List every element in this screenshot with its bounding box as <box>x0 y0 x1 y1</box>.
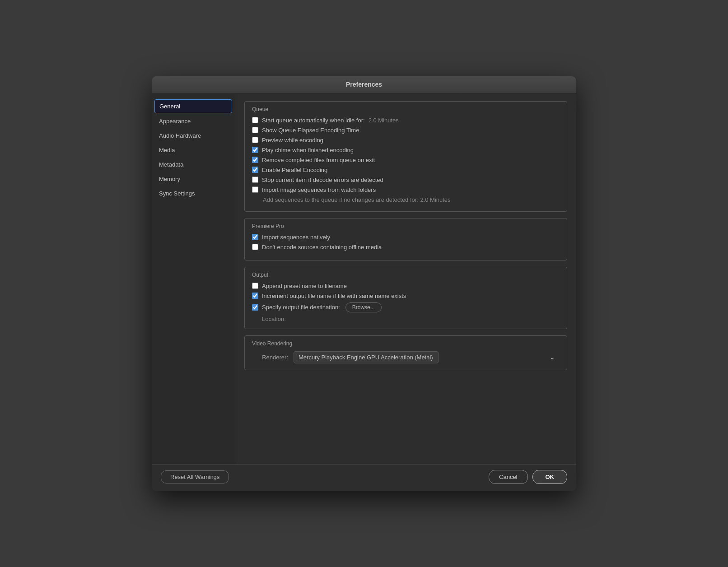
preview-encoding-row: Preview while encoding <box>252 137 560 144</box>
import-natively-row: Import sequences natively <box>252 234 560 241</box>
dialog-footer: Reset All Warnings Cancel OK <box>152 464 576 491</box>
title-bar: Preferences <box>152 76 576 94</box>
start-queue-auto-label[interactable]: Start queue automatically when idle for:… <box>262 117 399 124</box>
sidebar-item-appearance[interactable]: Appearance <box>152 114 235 128</box>
dialog-body: General Appearance Audio Hardware Media … <box>152 94 576 464</box>
import-natively-checkbox[interactable] <box>252 234 258 240</box>
renderer-select-wrapper: Mercury Playback Engine GPU Acceleration… <box>294 351 560 363</box>
location-label: Location: <box>262 316 286 322</box>
import-sequences-checkbox[interactable] <box>252 186 258 193</box>
specify-destination-row: Specify output file destination: Browse.… <box>252 302 560 312</box>
sidebar-item-sync-settings[interactable]: Sync Settings <box>152 186 235 200</box>
stop-current-row: Stop current item if decode errors are d… <box>252 177 560 183</box>
play-chime-row: Play chime when finished encoding <box>252 147 560 153</box>
ok-button[interactable]: OK <box>532 470 568 484</box>
play-chime-checkbox[interactable] <box>252 147 258 153</box>
stop-current-label[interactable]: Stop current item if decode errors are d… <box>262 177 383 183</box>
increment-output-checkbox[interactable] <box>252 293 258 299</box>
start-queue-auto-suffix: 2.0 Minutes <box>369 117 399 124</box>
dont-encode-offline-label[interactable]: Don't encode sources containing offline … <box>262 244 382 251</box>
start-queue-auto-checkbox[interactable] <box>252 117 258 123</box>
add-sequences-suffix: 2.0 Minutes <box>420 196 450 203</box>
queue-section: Queue Start queue automatically when idl… <box>244 101 567 212</box>
renderer-label: Renderer: <box>252 354 288 361</box>
output-section-title: Output <box>252 272 560 278</box>
enable-parallel-checkbox[interactable] <box>252 167 258 173</box>
append-preset-row: Append preset name to filename <box>252 283 560 289</box>
enable-parallel-row: Enable Parallel Encoding <box>252 167 560 173</box>
location-row: Location: <box>252 316 560 322</box>
premiere-section: Premiere Pro Import sequences natively D… <box>244 218 567 260</box>
import-natively-label[interactable]: Import sequences natively <box>262 234 330 241</box>
dont-encode-offline-checkbox[interactable] <box>252 244 258 250</box>
enable-parallel-label[interactable]: Enable Parallel Encoding <box>262 167 327 173</box>
dont-encode-offline-row: Don't encode sources containing offline … <box>252 244 560 251</box>
browse-button[interactable]: Browse... <box>345 302 382 312</box>
queue-section-title: Queue <box>252 106 560 112</box>
main-content: Queue Start queue automatically when idl… <box>235 94 576 464</box>
show-queue-elapsed-label[interactable]: Show Queue Elapsed Encoding Time <box>262 127 359 134</box>
remove-completed-checkbox[interactable] <box>252 157 258 163</box>
sidebar-item-metadata[interactable]: Metadata <box>152 158 235 172</box>
sidebar-item-audio-hardware[interactable]: Audio Hardware <box>152 129 235 143</box>
dialog-title: Preferences <box>346 81 382 88</box>
append-preset-checkbox[interactable] <box>252 283 258 289</box>
specify-destination-checkbox[interactable] <box>252 304 258 311</box>
increment-output-row: Increment output file name if file with … <box>252 293 560 299</box>
sidebar-item-general[interactable]: General <box>154 99 232 113</box>
append-preset-label[interactable]: Append preset name to filename <box>262 283 347 289</box>
remove-completed-label[interactable]: Remove completed files from queue on exi… <box>262 157 375 163</box>
video-rendering-section: Video Rendering Renderer: Mercury Playba… <box>244 335 567 370</box>
stop-current-checkbox[interactable] <box>252 177 258 183</box>
sidebar-item-media[interactable]: Media <box>152 143 235 157</box>
output-section: Output Append preset name to filename In… <box>244 267 567 329</box>
preview-encoding-checkbox[interactable] <box>252 137 258 143</box>
preferences-dialog: Preferences General Appearance Audio Har… <box>152 76 576 491</box>
import-sequences-row: Import image sequences from watch folder… <box>252 186 560 193</box>
increment-output-label[interactable]: Increment output file name if file with … <box>262 293 406 299</box>
sidebar-item-memory[interactable]: Memory <box>152 172 235 186</box>
show-queue-elapsed-row: Show Queue Elapsed Encoding Time <box>252 127 560 134</box>
import-sequences-label[interactable]: Import image sequences from watch folder… <box>262 186 376 193</box>
specify-destination-label[interactable]: Specify output file destination: <box>262 304 340 311</box>
show-queue-elapsed-checkbox[interactable] <box>252 127 258 133</box>
premiere-section-title: Premiere Pro <box>252 223 560 229</box>
play-chime-label[interactable]: Play chime when finished encoding <box>262 147 354 153</box>
video-rendering-title: Video Rendering <box>252 340 560 347</box>
add-sequences-row: Add sequences to the queue if no changes… <box>252 196 560 203</box>
footer-actions: Cancel OK <box>489 470 567 484</box>
renderer-row: Renderer: Mercury Playback Engine GPU Ac… <box>252 351 560 363</box>
cancel-button[interactable]: Cancel <box>489 470 527 484</box>
start-queue-auto-row: Start queue automatically when idle for:… <box>252 117 560 124</box>
sidebar: General Appearance Audio Hardware Media … <box>152 94 235 464</box>
renderer-select[interactable]: Mercury Playback Engine GPU Acceleration… <box>294 351 439 363</box>
remove-completed-row: Remove completed files from queue on exi… <box>252 157 560 163</box>
preview-encoding-label[interactable]: Preview while encoding <box>262 137 323 144</box>
reset-warnings-button[interactable]: Reset All Warnings <box>161 470 229 483</box>
